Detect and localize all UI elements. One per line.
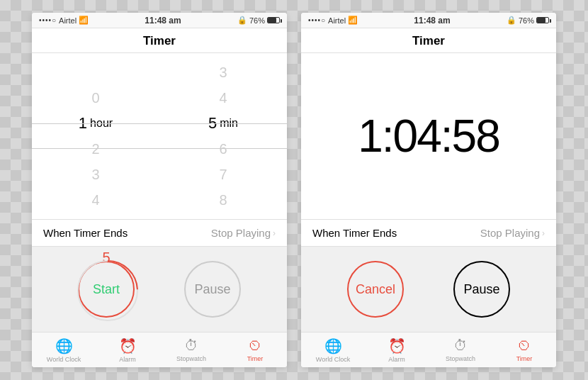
- min-label: min: [220, 117, 238, 130]
- hour-item-empty: [32, 60, 159, 85]
- stop-playing-label-1: Stop Playing: [211, 227, 271, 239]
- wifi-icon-2: 📶: [348, 16, 358, 25]
- carrier-label: Airtel: [59, 16, 77, 25]
- hour-item-4: 4: [32, 187, 159, 213]
- buttons-area-2: Cancel Pause: [301, 247, 556, 332]
- title-1: Timer: [32, 28, 287, 53]
- picker-container: 0 1 hour 2 3 4 3 4 5 min 6 7 8: [32, 53, 287, 219]
- pause-label-2: Pause: [463, 282, 499, 297]
- hour-column[interactable]: 0 1 hour 2 3 4: [32, 53, 159, 219]
- tab-alarm-2[interactable]: ⏰ Alarm: [365, 332, 429, 367]
- timer-icon-2: ⏲: [517, 337, 531, 354]
- time-label-2: 11:48 am: [414, 16, 450, 26]
- pause-button-1[interactable]: Pause: [184, 261, 241, 318]
- tab-world-clock-2[interactable]: 🌐 World Clock: [301, 332, 365, 367]
- carrier-label-2: Airtel: [328, 16, 346, 25]
- hour-item-selected: 1 hour: [32, 111, 159, 136]
- hour-item-0: 0: [32, 85, 159, 111]
- min-item-6: 6: [159, 136, 287, 162]
- tab-stopwatch-1[interactable]: ⏱ Stopwatch: [159, 332, 223, 367]
- stop-playing-label-2: Stop Playing: [480, 227, 540, 239]
- progress-ring: [76, 259, 140, 323]
- stopwatch-label-1: Stopwatch: [176, 355, 206, 362]
- when-timer-label-2: When Timer Ends: [312, 227, 397, 239]
- signal-dots: ••••○: [39, 16, 57, 24]
- min-item-3: 3: [159, 60, 287, 85]
- stopwatch-label-2: Stopwatch: [446, 355, 475, 362]
- time-label: 11:48 am: [145, 16, 181, 26]
- alarm-icon-1: ⏰: [119, 337, 137, 354]
- title-2: Timer: [301, 28, 556, 53]
- wifi-icon: 📶: [79, 16, 89, 25]
- hour-item-2: 2: [32, 136, 159, 162]
- timer-display: 1:04:58: [301, 53, 556, 219]
- when-timer-row-1[interactable]: When Timer Ends Stop Playing ›: [32, 219, 287, 247]
- alarm-label-1: Alarm: [119, 356, 136, 363]
- tab-stopwatch-2[interactable]: ⏱ Stopwatch: [429, 332, 492, 367]
- phone-1: ••••○ Airtel 📶 11:48 am 🔒 76% Timer 0 1 …: [32, 13, 287, 367]
- min-item-4: 4: [159, 85, 287, 111]
- status-left-1: ••••○ Airtel 📶: [39, 16, 89, 25]
- battery-icon: [267, 17, 280, 23]
- pause-button-2[interactable]: Pause: [453, 261, 510, 318]
- alarm-label-2: Alarm: [388, 356, 405, 363]
- chevron-icon-1: ›: [273, 228, 276, 238]
- tab-bar-1: 🌐 World Clock ⏰ Alarm ⏱ Stopwatch ⏲ Time…: [32, 332, 287, 367]
- status-right-1: 🔒 76%: [237, 16, 280, 25]
- stopwatch-icon-1: ⏱: [184, 337, 198, 354]
- status-bar-1: ••••○ Airtel 📶 11:48 am 🔒 76%: [32, 13, 287, 28]
- when-timer-row-2[interactable]: When Timer Ends Stop Playing ›: [301, 219, 556, 247]
- tab-timer-1[interactable]: ⏲ Timer: [223, 332, 287, 367]
- world-clock-icon-2: 🌐: [324, 337, 342, 354]
- timer-text: 1:04:58: [358, 110, 499, 162]
- tab-alarm-1[interactable]: ⏰ Alarm: [96, 332, 159, 367]
- min-column[interactable]: 3 4 5 min 6 7 8: [159, 53, 287, 219]
- buttons-area-1: 5 Start Pause: [32, 247, 287, 332]
- tab-bar-2: 🌐 World Clock ⏰ Alarm ⏱ Stopwatch ⏲ Time…: [301, 332, 556, 367]
- phone-2: ••••○ Airtel 📶 11:48 am 🔒 76% Timer 1:04…: [301, 13, 556, 367]
- hour-label: hour: [90, 117, 113, 130]
- lock-icon-2: 🔒: [507, 16, 516, 25]
- timer-label-2: Timer: [516, 355, 533, 362]
- timer-label-1: Timer: [247, 355, 264, 362]
- tab-world-clock-1[interactable]: 🌐 World Clock: [32, 332, 96, 367]
- when-timer-value-1: Stop Playing ›: [211, 227, 276, 239]
- world-clock-label-2: World Clock: [316, 356, 350, 363]
- picker-area[interactable]: 0 1 hour 2 3 4 3 4 5 min 6 7 8: [32, 53, 287, 219]
- alarm-icon-2: ⏰: [388, 337, 406, 354]
- battery-percent-2: 76%: [519, 16, 534, 25]
- cancel-button[interactable]: Cancel: [347, 261, 404, 318]
- when-timer-value-2: Stop Playing ›: [480, 227, 545, 239]
- cancel-label: Cancel: [356, 282, 395, 297]
- world-clock-label-1: World Clock: [47, 356, 81, 363]
- battery-percent: 76%: [249, 16, 265, 25]
- when-timer-label-1: When Timer Ends: [43, 227, 128, 239]
- status-bar-2: ••••○ Airtel 📶 11:48 am 🔒 76%: [301, 13, 556, 28]
- min-item-7: 7: [159, 162, 287, 187]
- status-right-2: 🔒 76%: [507, 16, 549, 25]
- lock-icon: 🔒: [237, 16, 247, 25]
- hour-item-3: 3: [32, 162, 159, 187]
- start-button[interactable]: 5 Start: [78, 261, 135, 318]
- battery-icon-2: [536, 17, 549, 23]
- world-clock-icon-1: 🌐: [55, 337, 73, 354]
- status-left-2: ••••○ Airtel 📶: [308, 16, 358, 25]
- min-item-selected: 5 min: [159, 111, 287, 136]
- chevron-icon-2: ›: [542, 228, 545, 238]
- tab-timer-2[interactable]: ⏲ Timer: [492, 332, 556, 367]
- pause-label-1: Pause: [194, 282, 230, 297]
- stopwatch-icon-2: ⏱: [453, 337, 468, 354]
- signal-dots-2: ••••○: [308, 16, 326, 24]
- timer-icon-1: ⏲: [248, 337, 262, 354]
- min-item-8: 8: [159, 187, 287, 213]
